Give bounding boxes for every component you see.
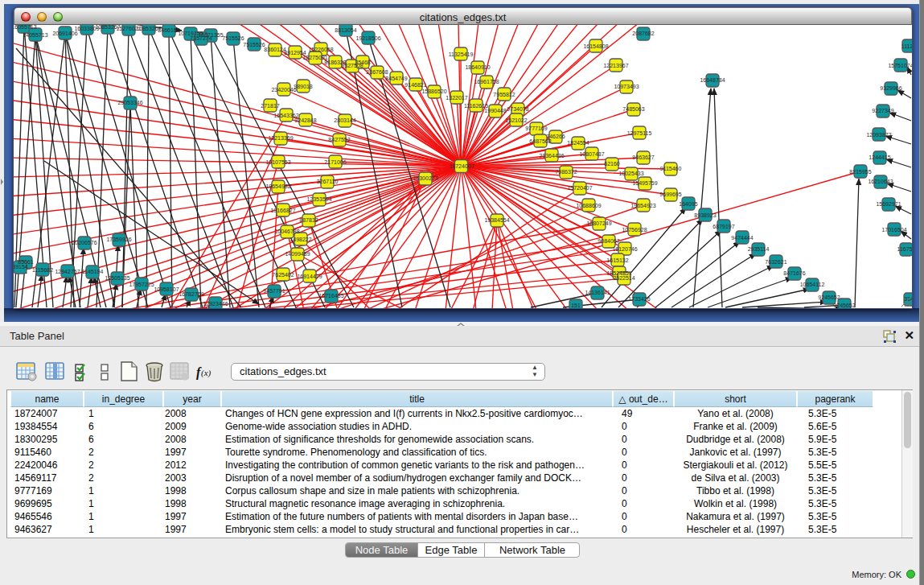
svg-text:2803144: 2803144 [334,117,355,123]
svg-text:19166827: 19166827 [270,208,295,213]
svg-text:1244415: 1244415 [869,154,890,160]
svg-text:8938923: 8938923 [694,212,716,218]
svg-text:1733426: 1733426 [628,296,650,302]
svg-text:7955812: 7955812 [493,92,515,97]
svg-text:116753: 116753 [897,246,912,252]
svg-text:24055713: 24055713 [23,32,47,38]
svg-text:12213967: 12213967 [603,63,628,68]
svg-text:8360124: 8360124 [264,47,285,52]
svg-text:7632621: 7632621 [765,259,786,265]
svg-text:19654923: 19654923 [630,203,655,208]
svg-text:9245652: 9245652 [833,303,855,308]
svg-text:17957225: 17957225 [129,282,154,287]
svg-text:9146821: 9146821 [405,82,426,88]
svg-text:8813054: 8813054 [335,27,356,33]
svg-text:15495759: 15495759 [632,180,657,186]
svg-text:2522514: 2522514 [613,275,634,281]
svg-text:1990448: 1990448 [484,108,506,113]
svg-text:35468: 35468 [355,60,371,65]
svg-text:12093872: 12093872 [866,132,891,138]
svg-text:10107553: 10107553 [265,159,290,165]
svg-text:8427552: 8427552 [328,137,350,142]
svg-text:9699695: 9699695 [659,192,681,197]
svg-text:8215955: 8215955 [849,169,871,175]
svg-text:10973493: 10973493 [614,84,639,89]
svg-text:12505135: 12505135 [105,275,129,281]
svg-text:15692971: 15692971 [876,201,901,207]
svg-text:2171006: 2171006 [324,159,346,165]
svg-text:19654982: 19654982 [265,183,290,189]
svg-text:18724007: 18724007 [449,163,474,169]
svg-text:16154808: 16154808 [583,43,608,49]
svg-text:16914479: 16914479 [297,274,322,279]
svg-text:19218506: 19218506 [355,35,380,41]
svg-text:1498222: 1498222 [290,237,311,242]
svg-text:7485063: 7485063 [622,106,644,112]
svg-text:7515526: 7515526 [222,35,244,41]
svg-text:15886520: 15886520 [421,89,446,94]
svg-text:9734078: 9734078 [507,106,528,112]
svg-text:9457791: 9457791 [263,288,285,294]
svg-text:7625402: 7625402 [272,272,294,278]
svg-text:16210643: 16210643 [868,179,893,184]
svg-text:8454749: 8454749 [385,76,407,81]
svg-text:9115460: 9115460 [660,166,682,171]
svg-text:9463627: 9463627 [632,154,654,160]
svg-text:15716485: 15716485 [318,293,343,299]
svg-text:9777169: 9777169 [525,126,547,131]
svg-text:9245652: 9245652 [818,295,840,300]
svg-text:7515526: 7515526 [243,42,265,47]
svg-text:164095: 164095 [679,201,697,207]
svg-text:16648784: 16648784 [700,77,725,83]
svg-text:18640910: 18640910 [465,64,490,70]
svg-text:3267110: 3267110 [317,179,339,184]
svg-text:151: 151 [571,303,581,308]
svg-text:989018: 989018 [294,84,312,89]
svg-text:10688609: 10688609 [576,203,601,208]
svg-text:16055713: 16055713 [14,25,37,30]
svg-text:12975115: 12975115 [627,130,652,136]
svg-text:1621022: 1621022 [505,117,527,123]
svg-text:16782759: 16782759 [179,291,203,297]
svg-text:271817: 271817 [261,103,279,109]
svg-text:19384554: 19384554 [484,217,509,223]
svg-text:12353594: 12353594 [306,196,331,202]
svg-text:12942757: 12942757 [55,269,80,274]
svg-text:29053346: 29053346 [117,100,142,105]
svg-text:10807487: 10807487 [579,151,604,157]
svg-text:20691406: 20691406 [52,31,77,36]
svg-text:10046788: 10046788 [274,229,299,234]
svg-text:39154: 39154 [14,264,28,270]
svg-text:7986372: 7986372 [555,169,577,175]
svg-text:10654112: 10654112 [800,282,825,287]
svg-text:21364436: 21364436 [539,153,564,159]
svg-text:(x): (x) [201,368,211,378]
svg-text:23420046: 23420046 [271,87,296,93]
svg-text:14099489: 14099489 [285,251,310,257]
svg-text:18807249: 18807249 [586,220,611,226]
svg-text:2935114: 2935114 [748,246,770,252]
svg-text:9227349: 9227349 [872,108,893,113]
svg-text:9474444: 9474444 [731,235,753,241]
svg-text:8471676: 8471676 [783,270,805,276]
svg-text:16961758: 16961758 [474,79,499,84]
svg-text:11124: 11124 [901,43,912,49]
svg-text:15720407: 15720407 [567,185,592,191]
svg-text:12923446: 12923446 [203,301,228,307]
svg-text:14136141: 14136141 [585,290,610,295]
svg-text:1824554: 1824554 [567,140,589,146]
svg-text:12213369: 12213369 [268,135,293,141]
svg-text:1615132: 1615132 [606,257,628,263]
svg-text:16120746: 16120746 [612,246,637,252]
svg-text:9329966: 9329966 [880,85,901,91]
svg-text:7357274: 7357274 [190,35,211,41]
svg-text:2087682: 2087682 [632,31,654,36]
svg-text:15751074: 15751074 [888,63,912,68]
svg-text:9242848: 9242848 [294,117,316,123]
svg-text:8466160: 8466160 [158,27,179,33]
svg-text:15300273: 15300273 [413,175,437,181]
svg-text:17359926: 17359926 [106,237,131,242]
svg-text:1322017: 1322017 [446,95,467,101]
svg-text:15226058: 15226058 [308,47,333,52]
svg-text:20206576: 20206576 [72,240,97,245]
